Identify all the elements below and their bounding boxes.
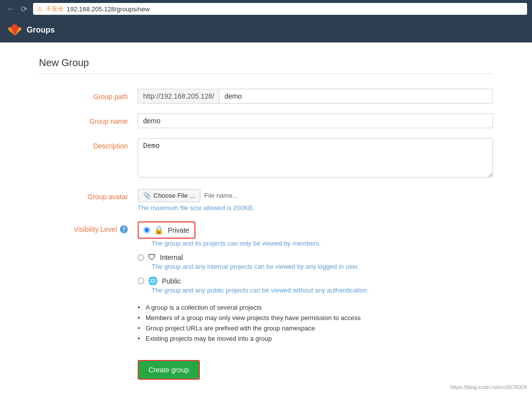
description-control: Demo — [138, 138, 493, 179]
file-size-hint: The maximum file size allowed is 200KB. — [138, 204, 493, 212]
info-bullets-list: A group is a collection of several proje… — [138, 304, 493, 342]
visibility-public-desc: The group and any public projects can be… — [152, 287, 493, 294]
group-path-input-group: http://192.168.205.128/ — [138, 89, 493, 104]
visibility-row: Visibility Level ? 🔒 Private — [39, 221, 493, 345]
nav-buttons[interactable]: ← ⟳ — [5, 3, 29, 15]
description-row: Description Demo — [39, 138, 493, 179]
lock-icon: 🔒 — [154, 225, 164, 235]
group-avatar-control: 📎 Choose File ... File name... The maxim… — [138, 189, 493, 212]
address-bar[interactable]: ⚠ 不安全 192.168.205.128/groups/new — [33, 3, 527, 15]
main-content: New Group Group path http://192.168.205.… — [29, 42, 503, 395]
visibility-help-icon[interactable]: ? — [120, 225, 128, 233]
new-group-form: Group path http://192.168.205.128/ Group… — [39, 89, 493, 380]
back-button[interactable]: ← — [5, 3, 17, 14]
group-path-label: Group path — [39, 89, 138, 101]
group-name-input[interactable] — [138, 113, 493, 128]
divider — [39, 73, 493, 74]
visibility-private-name: Private — [168, 226, 190, 234]
visibility-internal-radio[interactable] — [138, 254, 144, 261]
watermark: https://blog.csdn.net/cc0076009 — [451, 384, 527, 390]
info-bullet-2: Members of a group may only view project… — [138, 314, 493, 322]
url-text: 192.168.205.128/groups/new — [67, 5, 150, 13]
description-label: Description — [39, 138, 138, 150]
form-actions: Create group — [138, 360, 493, 380]
app-header: Groups — [0, 18, 532, 42]
info-bullet-1: A group is a collection of several proje… — [138, 304, 493, 311]
choose-file-label: Choose File ... — [153, 192, 195, 199]
path-prefix: http://192.168.205.128/ — [138, 89, 219, 104]
group-path-input[interactable] — [219, 89, 493, 104]
group-name-label: Group name — [39, 113, 138, 125]
visibility-public-header: 🌐 Public — [138, 276, 493, 286]
globe-icon: 🌐 — [148, 276, 158, 286]
group-name-control — [138, 113, 493, 128]
group-path-control: http://192.168.205.128/ — [138, 89, 493, 104]
visibility-label-cell: Visibility Level ? — [39, 221, 138, 233]
avatar-file-container: 📎 Choose File ... File name... — [138, 189, 493, 202]
shield-icon: 🛡 — [148, 253, 156, 262]
insecure-label: 不安全 — [46, 5, 64, 13]
group-path-row: Group path http://192.168.205.128/ — [39, 89, 493, 104]
info-bullet-3: Group project URLs are prefixed with the… — [138, 324, 493, 332]
group-avatar-row: Group avatar 📎 Choose File ... File name… — [39, 189, 493, 212]
security-warning-icon: ⚠ — [37, 5, 43, 13]
paperclip-icon: 📎 — [143, 192, 151, 199]
visibility-options-group: 🔒 Private The group and its projects can… — [138, 221, 493, 294]
app-title: Groups — [27, 26, 55, 35]
visibility-private-header: 🔒 Private — [138, 221, 493, 239]
gitlab-logo — [8, 23, 22, 37]
create-group-button[interactable]: Create group — [138, 360, 200, 380]
visibility-internal-header: 🛡 Internal — [138, 253, 493, 262]
private-option-box: 🔒 Private — [138, 221, 195, 239]
visibility-label-text: Visibility Level — [74, 225, 117, 233]
info-bullet-4: Existing projects may be moved into a gr… — [138, 335, 493, 342]
file-name-label: File name... — [204, 192, 238, 199]
visibility-internal-name: Internal — [160, 253, 183, 261]
visibility-public-radio[interactable] — [138, 278, 144, 284]
visibility-option-internal: 🛡 Internal The group and any internal pr… — [138, 253, 493, 270]
description-input[interactable]: Demo — [138, 138, 493, 178]
visibility-control: 🔒 Private The group and its projects can… — [138, 221, 493, 345]
browser-chrome: ← ⟳ ⚠ 不安全 192.168.205.128/groups/new — [0, 0, 532, 18]
group-name-row: Group name — [39, 113, 493, 128]
visibility-internal-desc: The group and any internal projects can … — [152, 263, 493, 270]
page-title: New Group — [39, 57, 493, 69]
choose-file-button[interactable]: 📎 Choose File ... — [138, 189, 200, 202]
visibility-public-name: Public — [162, 277, 181, 285]
visibility-option-private: 🔒 Private The group and its projects can… — [138, 221, 493, 247]
group-avatar-label: Group avatar — [39, 189, 138, 201]
visibility-private-desc: The group and its projects can only be v… — [152, 240, 493, 247]
reload-button[interactable]: ⟳ — [19, 3, 29, 15]
visibility-option-public: 🌐 Public The group and any public projec… — [138, 276, 493, 294]
visibility-private-radio[interactable] — [144, 227, 150, 233]
